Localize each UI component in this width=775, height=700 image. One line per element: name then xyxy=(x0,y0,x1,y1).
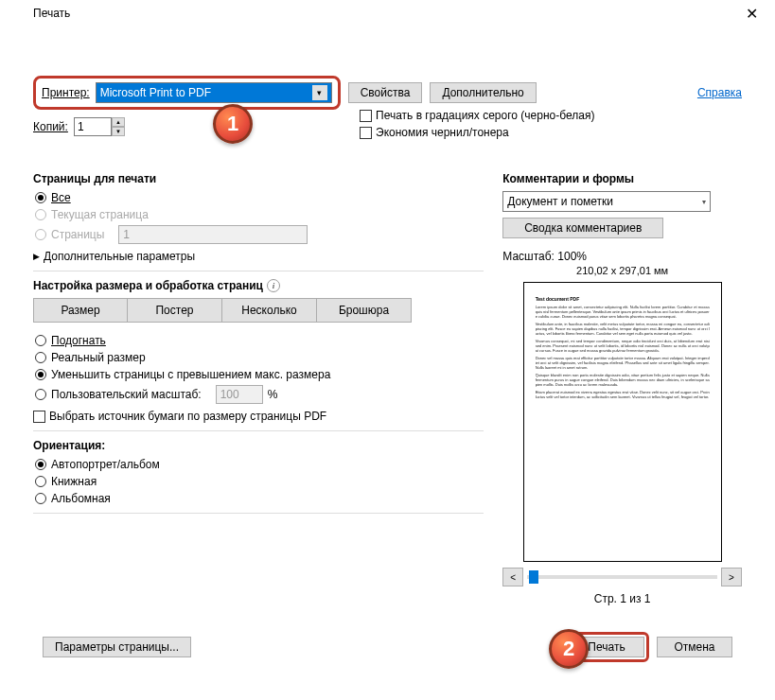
comments-select[interactable]: Документ и пометки ▾ xyxy=(502,191,711,212)
poster-tab[interactable]: Постер xyxy=(128,298,222,323)
copies-input[interactable] xyxy=(74,117,112,136)
preview-next-button[interactable]: > xyxy=(721,568,742,586)
sizing-header: Настройка размера и обработка страниц xyxy=(33,279,263,292)
actual-label: Реальный размер xyxy=(51,351,146,364)
printer-selected-value: Microsoft Print to PDF xyxy=(100,86,211,99)
advanced-button[interactable]: Дополнительно xyxy=(430,82,536,103)
triangle-right-icon: ▶ xyxy=(33,252,40,261)
pages-range-radio[interactable] xyxy=(35,229,46,240)
cancel-button[interactable]: Отмена xyxy=(657,637,732,657)
custom-scale-radio[interactable] xyxy=(35,389,46,400)
shrink-radio[interactable] xyxy=(35,369,46,380)
chevron-down-icon: ▾ xyxy=(702,198,706,206)
pages-all-radio[interactable] xyxy=(35,192,46,203)
pages-range-label: Страницы xyxy=(51,228,104,241)
preview-page-info: Стр. 1 из 1 xyxy=(502,592,742,605)
preview-slider[interactable] xyxy=(527,575,717,579)
copies-up[interactable]: ▲ xyxy=(112,117,125,127)
orient-portrait-radio[interactable] xyxy=(35,476,46,487)
orient-portrait-label: Книжная xyxy=(51,475,97,488)
orientation-header: Ориентация: xyxy=(33,439,484,452)
copies-down[interactable]: ▼ xyxy=(112,127,125,136)
fit-radio[interactable] xyxy=(35,335,46,346)
pages-current-radio[interactable] xyxy=(35,209,46,220)
comments-selected: Документ и пометки xyxy=(507,195,613,208)
copies-label: Копий: xyxy=(33,120,68,133)
preview-scale-label: Масштаб: 100% xyxy=(502,250,742,263)
shrink-label: Уменьшить страницы с превышением макс. р… xyxy=(51,368,330,381)
dialog-title: Печать xyxy=(9,7,70,20)
savetoner-checkbox[interactable] xyxy=(360,127,372,139)
sizing-mode-group: Размер Постер Несколько Брошюра xyxy=(33,298,484,323)
paper-source-label: Выбрать источник бумаги по размеру стран… xyxy=(49,410,326,423)
size-tab[interactable]: Размер xyxy=(33,298,128,323)
booklet-tab[interactable]: Брошюра xyxy=(317,298,412,323)
grayscale-label: Печать в градациях серого (черно-белая) xyxy=(376,109,594,122)
comments-header: Комментарии и формы xyxy=(502,172,742,185)
fit-label: Подогнать xyxy=(51,334,106,347)
orient-landscape-label: Альбомная xyxy=(51,492,111,505)
pages-range-input[interactable] xyxy=(118,225,308,244)
callout-badge-1: 1 xyxy=(213,104,253,144)
info-icon[interactable]: i xyxy=(267,279,280,292)
printer-select[interactable]: Microsoft Print to PDF ▾ xyxy=(96,82,332,103)
savetoner-label: Экономия чернил/тонера xyxy=(376,126,509,139)
grayscale-checkbox[interactable] xyxy=(360,110,372,122)
multiple-tab[interactable]: Несколько xyxy=(222,298,317,323)
custom-scale-label: Пользовательский масштаб: xyxy=(51,388,202,401)
help-link[interactable]: Справка xyxy=(697,86,742,99)
page-preview: Test document PDF Lorem ipsum dolor sit … xyxy=(523,282,722,562)
custom-scale-input[interactable] xyxy=(216,385,263,404)
chevron-down-icon: ▾ xyxy=(312,85,327,100)
pages-more-label: Дополнительные параметры xyxy=(44,250,195,263)
percent-label: % xyxy=(268,388,278,401)
copies-spinner[interactable]: ▲ ▼ xyxy=(74,117,125,136)
properties-button[interactable]: Свойства xyxy=(348,82,423,103)
pages-more-toggle[interactable]: ▶ Дополнительные параметры xyxy=(33,250,484,263)
printer-highlight-box: Принтер: Microsoft Print to PDF ▾ xyxy=(33,76,341,110)
preview-dimensions: 210,02 x 297,01 мм xyxy=(502,265,742,276)
preview-doc-title: Test document PDF xyxy=(536,296,710,302)
orient-landscape-radio[interactable] xyxy=(35,493,46,504)
pages-header: Страницы для печати xyxy=(33,172,484,185)
callout-badge-2: 2 xyxy=(549,629,589,669)
actual-radio[interactable] xyxy=(35,352,46,363)
comments-summary-button[interactable]: Сводка комментариев xyxy=(502,218,663,238)
close-icon[interactable]: ✕ xyxy=(738,5,766,23)
pages-all-label: Все xyxy=(51,191,71,204)
print-dialog: Печать ✕ 1 2 Принтер: Microsoft Print to… xyxy=(0,0,775,700)
orient-auto-radio[interactable] xyxy=(35,459,46,470)
preview-prev-button[interactable]: < xyxy=(502,568,523,586)
paper-source-checkbox[interactable] xyxy=(33,411,45,423)
orient-auto-label: Автопортрет/альбом xyxy=(51,458,160,471)
pages-current-label: Текущая страница xyxy=(51,208,149,221)
page-setup-button[interactable]: Параметры страницы... xyxy=(43,637,191,657)
titlebar: Печать ✕ xyxy=(0,0,775,26)
printer-label: Принтер: xyxy=(42,86,90,99)
